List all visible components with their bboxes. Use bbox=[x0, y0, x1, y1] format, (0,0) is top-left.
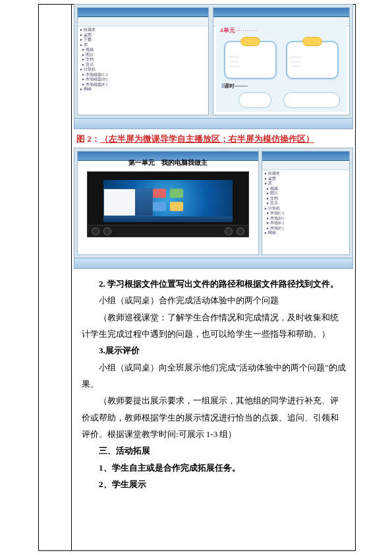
video-title: 第一单元 我的电脑我做主 bbox=[87, 158, 249, 167]
paragraph: 2、学生展示 bbox=[82, 476, 347, 492]
task-card-2: ————————— bbox=[286, 41, 339, 79]
screenshot-1-right-window: 4单元 ·········· ————————— ————————— 5课时··… bbox=[213, 7, 350, 115]
slide-area: 4单元 ·········· ————————— ————————— 5课时··… bbox=[216, 22, 347, 112]
stop-button-icon bbox=[103, 227, 111, 235]
taskbar bbox=[74, 118, 352, 129]
desktop-taskbar bbox=[103, 216, 232, 222]
window-toolbar bbox=[262, 161, 349, 170]
card-header-icon bbox=[302, 37, 322, 46]
screenshot-2-left-window: 第一单元 我的电脑我做主 bbox=[77, 151, 259, 255]
speech-bubble-2 bbox=[283, 92, 340, 108]
paragraph: （教师巡视课堂：了解学生合作情况和完成情况，及时收集和统计学生完成过程中遇到的问… bbox=[82, 309, 347, 343]
five-suffix: 课时·········· bbox=[224, 83, 248, 89]
window-titlebar bbox=[262, 152, 349, 161]
window-toolbar bbox=[78, 17, 208, 26]
taskbar bbox=[74, 258, 352, 268]
paragraph: 小组（或同桌）合作完成活动体验中的两个问题 bbox=[82, 292, 347, 308]
folder-tree: ▸ 收藏夹▸ 桌面▸ 下载▸ 库 ▸ 视频 ▸ 图片 ▸ 文档 ▸ 音乐 ▸ 计… bbox=[80, 28, 140, 112]
screenshot-1: ▸ 收藏夹▸ 桌面▸ 下载▸ 库 ▸ 视频 ▸ 图片 ▸ 文档 ▸ 音乐 ▸ 计… bbox=[74, 4, 353, 129]
card-lines: ————————— bbox=[229, 54, 271, 68]
window-titlebar bbox=[213, 8, 349, 17]
video-controls bbox=[88, 225, 248, 237]
volume-button-icon bbox=[225, 227, 233, 235]
window-titlebar bbox=[78, 8, 208, 17]
video-player bbox=[87, 171, 249, 237]
caption-label: 图 2： bbox=[76, 134, 100, 144]
figure-2-caption: 图 2：（左半屏为微课导学自主播放区；右半屏为模仿操作区） bbox=[76, 133, 350, 145]
start-menu-right-panel bbox=[135, 189, 152, 216]
paragraph: 1、学生自主或是合作完成拓展任务。 bbox=[82, 459, 347, 476]
screenshot-2: 第一单元 我的电脑我做主 bbox=[74, 148, 353, 269]
paragraph: （教师要提出展示要求，一组展示，其他组的同学进行补充、评价或帮助，教师根据学生的… bbox=[82, 392, 347, 442]
main-content-cell: ▸ 收藏夹▸ 桌面▸ 下载▸ 库 ▸ 视频 ▸ 图片 ▸ 文档 ▸ 音乐 ▸ 计… bbox=[71, 4, 356, 496]
start-menu bbox=[103, 189, 152, 217]
banner-text: 4单元 bbox=[220, 27, 235, 34]
body-text: 2. 学习根据文件位置写出文件的路径和根据文件路径找到文件。 小组（或同桌）合作… bbox=[74, 276, 353, 492]
section-heading: 3.展示评价 bbox=[82, 342, 347, 359]
banner-dots: ·········· bbox=[237, 27, 258, 34]
caption-desc: （左半屏为微课导学自主播放区；右半屏为模仿操作区） bbox=[100, 134, 314, 144]
section-heading: 三、活动拓展 bbox=[82, 442, 347, 459]
play-button-icon bbox=[92, 227, 99, 235]
fullscreen-button-icon bbox=[237, 227, 244, 235]
folder-tree: ▸ 收藏夹▸ 桌面▸ 库 ▸ 视频 ▸ 图片 ▸ 文档 ▸ 音乐 ▸ 计算机 ▸… bbox=[265, 171, 344, 252]
task-card-1: ————————— bbox=[224, 41, 277, 79]
paragraph: 小组（或同桌）向全班展示他们完成"活动体验中的两个问题"的成果。 bbox=[82, 359, 347, 393]
screenshot-2-right-window: ▸ 收藏夹▸ 桌面▸ 库 ▸ 视频 ▸ 图片 ▸ 文档 ▸ 音乐 ▸ 计算机 ▸… bbox=[262, 151, 350, 255]
paragraph: 2. 学习根据文件位置写出文件的路径和根据文件路径找到文件。 bbox=[82, 276, 347, 292]
speech-bubble-1 bbox=[238, 92, 271, 108]
card-header-icon bbox=[240, 37, 260, 46]
screenshot-1-left-window: ▸ 收藏夹▸ 桌面▸ 下载▸ 库 ▸ 视频 ▸ 图片 ▸ 文档 ▸ 音乐 ▸ 计… bbox=[77, 7, 209, 115]
five-conditions-label: 5课时·········· bbox=[221, 82, 248, 90]
card-lines: ————————— bbox=[291, 54, 333, 68]
desktop-wallpaper bbox=[103, 180, 232, 223]
slide-banner: 4单元 ·········· bbox=[220, 26, 258, 35]
windows-logo-icon bbox=[153, 189, 183, 211]
